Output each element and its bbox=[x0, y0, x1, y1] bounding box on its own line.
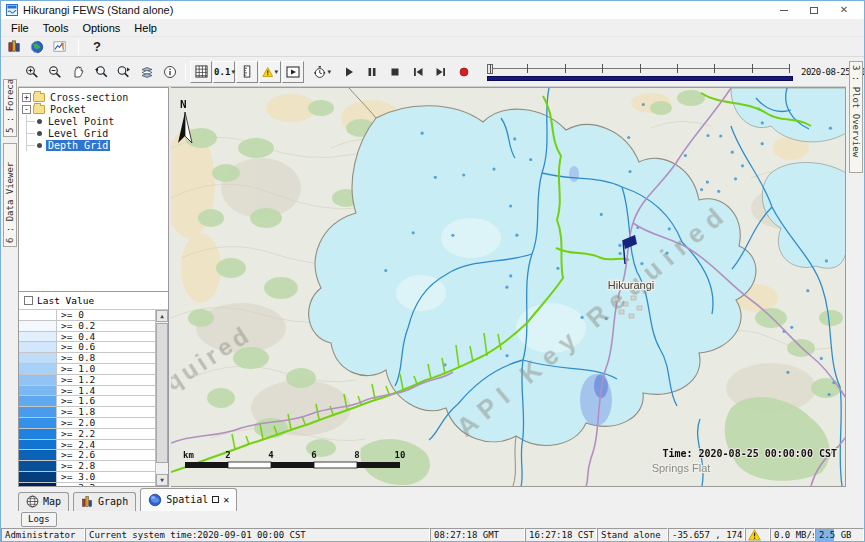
legend-color-swatch bbox=[19, 332, 57, 342]
thresholds-dropdown[interactable]: ▾ bbox=[259, 61, 281, 83]
legend-row[interactable]: >= 1.2 bbox=[19, 375, 168, 386]
place-label-springs-flat: Springs Flat bbox=[652, 462, 711, 474]
menu-help[interactable]: Help bbox=[127, 21, 164, 35]
legend-class-label: >= 2.2 bbox=[57, 429, 99, 439]
close-button[interactable]: ✕ bbox=[829, 2, 859, 18]
help-button[interactable]: ? bbox=[89, 39, 105, 54]
logs-tab[interactable]: Logs bbox=[21, 512, 57, 527]
toolbar-separator bbox=[78, 39, 79, 55]
status-cell: 0.0 MB/s bbox=[770, 528, 815, 542]
legend-scrollbar[interactable]: ▲ ▼ bbox=[155, 310, 168, 486]
tree-item-cross-section[interactable]: +Cross-section bbox=[19, 91, 168, 103]
timeline-tick bbox=[602, 64, 603, 73]
timeline-slider[interactable] bbox=[486, 62, 794, 82]
tree-item-level-grid[interactable]: Level Grid bbox=[19, 127, 168, 139]
logs-row: Logs bbox=[1, 511, 864, 528]
legend-color-swatch bbox=[19, 483, 57, 486]
layers-icon[interactable] bbox=[136, 61, 158, 83]
scroll-down-icon[interactable]: ▼ bbox=[156, 474, 168, 486]
timeline-tick bbox=[752, 64, 753, 73]
zoom-previous-icon[interactable] bbox=[90, 61, 112, 83]
right-tab-strip: 3 : Plot Overview bbox=[846, 57, 865, 487]
toolbar-separator bbox=[185, 64, 186, 80]
stop-icon[interactable] bbox=[384, 61, 406, 83]
maximize-button[interactable] bbox=[799, 2, 829, 18]
scale-tick-label: 10 bbox=[395, 450, 406, 460]
tab-spatial[interactable]: Spatial ✕ bbox=[140, 488, 237, 511]
legend-color-swatch bbox=[19, 364, 57, 374]
tree-item-pocket[interactable]: -Pocket bbox=[19, 103, 168, 115]
point-size-label: 0.1 bbox=[214, 67, 230, 77]
zoom-out-icon[interactable] bbox=[44, 61, 66, 83]
left-tab-strip: 5 : Forecast 6 : Data Viewer bbox=[1, 57, 18, 487]
step-back-icon[interactable] bbox=[407, 61, 429, 83]
tab-graph[interactable]: Graph bbox=[73, 492, 136, 511]
pan-icon[interactable] bbox=[67, 61, 89, 83]
timeline-tick bbox=[565, 64, 566, 73]
status-cell: Stand alone bbox=[597, 528, 668, 542]
longitudinal-profile-button[interactable] bbox=[236, 61, 258, 83]
legend-class-label: >= 0.2 bbox=[57, 321, 99, 331]
info-icon[interactable] bbox=[159, 61, 181, 83]
legend-row[interactable]: >= 3.2 bbox=[19, 483, 168, 486]
chevron-down-icon: ▾ bbox=[274, 68, 278, 76]
animation-button[interactable] bbox=[282, 61, 304, 83]
map-tab-icon bbox=[26, 495, 39, 508]
folder-icon bbox=[33, 105, 45, 114]
status-warning-icon bbox=[745, 528, 770, 542]
legend-class-label: >= 1.2 bbox=[57, 375, 99, 385]
last-value-checkbox[interactable] bbox=[24, 296, 33, 305]
menu-file[interactable]: File bbox=[4, 21, 36, 35]
zoom-next-icon[interactable] bbox=[113, 61, 135, 83]
tab-graph-label: Graph bbox=[98, 496, 128, 507]
legend-row[interactable]: >= 2.2 bbox=[19, 429, 168, 440]
legend-color-swatch bbox=[19, 440, 57, 450]
step-forward-icon[interactable] bbox=[430, 61, 452, 83]
tree-guide-line bbox=[26, 127, 35, 139]
tab-maximize-icon[interactable] bbox=[212, 496, 219, 503]
tab-forecast[interactable]: 5 : Forecast bbox=[3, 79, 17, 137]
status-cell: 16:27:18 CST bbox=[525, 528, 597, 542]
legend-class-label: >= 2.4 bbox=[57, 440, 99, 450]
tree-item-label: Level Grid bbox=[46, 128, 110, 139]
tree-item-level-point[interactable]: Level Point bbox=[19, 115, 168, 127]
timer-icon[interactable]: ▾ bbox=[311, 61, 333, 83]
tree-item-depth-grid[interactable]: Depth Grid bbox=[19, 139, 168, 151]
tree-item-label: Depth Grid bbox=[46, 140, 110, 151]
explorer-icon[interactable] bbox=[6, 39, 22, 55]
tree-toggle-icon[interactable]: + bbox=[22, 93, 31, 102]
tab-map[interactable]: Map bbox=[18, 492, 69, 511]
scrollbar-thumb[interactable] bbox=[156, 323, 168, 463]
legend-class-label: >= 2.6 bbox=[57, 450, 99, 460]
scale-unit-label: km bbox=[183, 450, 194, 460]
spatial-display-icon[interactable] bbox=[52, 39, 68, 55]
minimize-button[interactable] bbox=[769, 2, 799, 18]
node-dot-icon bbox=[37, 119, 42, 124]
legend-panel: Last Value >= 0>= 0.2>= 0.4>= 0.6>= 0.8>… bbox=[19, 292, 168, 486]
tab-plot-overview[interactable]: 3 : Plot Overview bbox=[849, 61, 863, 173]
zoom-in-icon[interactable] bbox=[21, 61, 43, 83]
status-cell: 08:27:18 GMT bbox=[430, 528, 525, 542]
legend-class-label: >= 1.0 bbox=[57, 364, 99, 374]
tab-spatial-label: Spatial bbox=[166, 494, 208, 505]
pause-icon[interactable] bbox=[361, 61, 383, 83]
menu-bar: FileToolsOptionsHelp bbox=[1, 19, 864, 37]
map-globe-icon[interactable] bbox=[29, 39, 45, 55]
menu-options[interactable]: Options bbox=[75, 21, 127, 35]
scroll-up-icon[interactable]: ▲ bbox=[156, 310, 168, 322]
play-icon[interactable] bbox=[338, 61, 360, 83]
tree-toggle-icon[interactable]: - bbox=[22, 105, 31, 114]
tab-close-icon[interactable]: ✕ bbox=[223, 496, 229, 504]
record-icon[interactable] bbox=[453, 61, 475, 83]
memory-usage-label: 2.5 GB bbox=[819, 530, 852, 540]
legend-class-label: >= 1.8 bbox=[57, 407, 99, 417]
legend-row[interactable]: >= 0.2 bbox=[19, 321, 168, 332]
grid-display-button[interactable] bbox=[190, 61, 212, 83]
map-time-label: Time: 2020-08-25 00:00:00 CST bbox=[662, 448, 837, 459]
legend-color-swatch bbox=[19, 396, 57, 406]
map-viewport[interactable]: API Key Required API Key Required N km bbox=[171, 87, 846, 487]
menu-tools[interactable]: Tools bbox=[36, 21, 76, 35]
tab-data-viewer[interactable]: 6 : Data Viewer bbox=[3, 143, 17, 247]
status-cell: Current system time:2020-09-01 00:00 CST bbox=[85, 528, 430, 542]
point-size-dropdown[interactable]: 0.1 ▾ bbox=[213, 61, 235, 83]
